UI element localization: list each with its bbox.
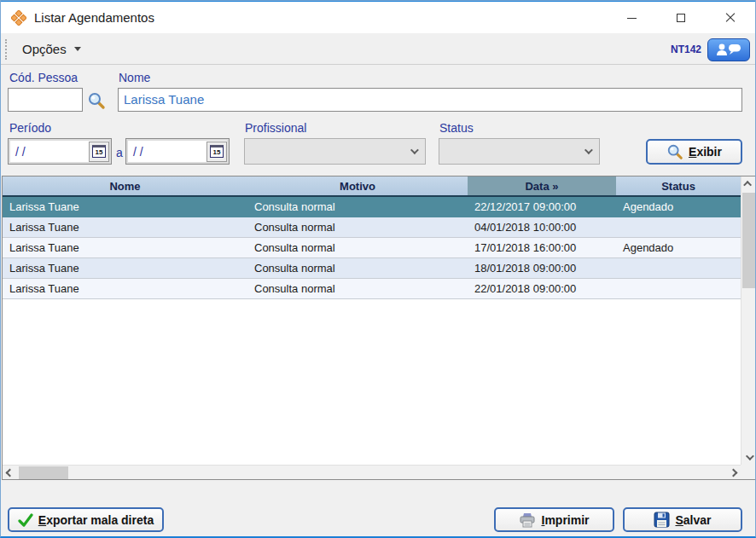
scroll-right-button[interactable] [726,466,741,480]
chevron-down-icon [584,146,593,154]
imprimir-button[interactable]: Imprimir [494,507,614,532]
options-label: Opções [22,42,67,56]
periodo-label: Período [9,121,51,135]
app-icon [11,10,26,26]
exibir-label: Exibir [689,145,722,159]
save-disk-icon [654,512,670,528]
date-range-separator: a [116,146,123,159]
horizontal-scrollbar[interactable] [3,465,741,479]
minimize-button[interactable] [607,2,656,34]
cell-data[interactable]: 22/12/2017 09:00:00 [468,197,616,217]
column-header-data[interactable]: Data » [468,176,616,195]
chevron-down-icon [410,146,419,154]
exibir-button[interactable]: Exibir [646,139,742,165]
column-header-nome[interactable]: Nome [3,176,247,195]
table-empty-area [3,299,741,465]
profissional-label: Profissional [245,121,306,135]
filter-panel: Cód. Pessoa Nome Larissa Tuane Período /… [1,65,755,176]
column-header-motivo[interactable]: Motivo [247,176,468,195]
cell-status[interactable]: Agendado [616,238,741,257]
scroll-down-button[interactable] [741,450,756,465]
salvar-label: Salvar [675,513,711,527]
cod-pessoa-label: Cód. Pessoa [9,71,78,84]
column-header-status[interactable]: Status [616,176,741,195]
minimize-icon [627,18,637,19]
scroll-up-button[interactable] [741,176,756,191]
table-main: Nome Motivo Data » Status Larissa TuaneC… [3,176,741,465]
chevron-up-icon [743,181,752,189]
toolbar: Opções NT142 [1,34,755,65]
cell-motivo[interactable]: Consulta normal [247,217,468,237]
export-label: Exportar mala direta [38,513,154,527]
profissional-select[interactable] [244,138,426,165]
chevron-down-icon [74,47,81,51]
date-from-input[interactable]: / / 15 [8,138,112,165]
status-select[interactable] [439,138,600,165]
salvar-button[interactable]: Salvar [623,507,742,532]
scroll-left-button[interactable] [3,466,17,480]
cell-status[interactable] [616,258,741,278]
scrollbar-corner [741,465,755,479]
close-button[interactable] [706,2,755,34]
imprimir-label: Imprimir [541,513,589,527]
cell-nome[interactable]: Larissa Tuane [3,217,247,237]
cell-data[interactable]: 17/01/2018 16:00:00 [468,238,616,257]
calendar-icon: 15 [210,145,224,158]
search-person-icon[interactable] [87,91,106,110]
person-chat-icon [714,42,743,57]
table-row[interactable]: Larissa TuaneConsulta normal17/01/2018 1… [3,238,741,258]
page-title: Listar Agendamentos [34,10,154,25]
cell-nome[interactable]: Larissa Tuane [3,238,247,257]
toolbar-grip[interactable] [5,39,7,60]
footer: Exportar mala direta Imprimir Salvar [1,480,755,537]
chevron-down-icon [746,452,754,460]
window-controls [607,2,755,34]
cod-pessoa-input[interactable] [8,88,83,112]
cell-nome[interactable]: Larissa Tuane [3,258,247,278]
vertical-scroll-thumb[interactable] [742,193,755,288]
calendar-icon: 15 [92,145,106,158]
nome-label: Nome [119,71,150,84]
cell-motivo[interactable]: Consulta normal [247,258,468,278]
cell-status[interactable] [616,279,741,298]
cell-data[interactable]: 18/01/2018 09:00:00 [468,258,616,278]
chevron-left-icon [6,469,15,477]
table-row[interactable]: Larissa TuaneConsulta normal18/01/2018 0… [3,258,741,279]
close-icon [725,13,736,23]
nome-input[interactable]: Larissa Tuane [118,88,742,112]
date-to-value[interactable]: / / [126,145,206,159]
date-from-calendar-button[interactable]: 15 [89,142,109,162]
table-row[interactable]: Larissa TuaneConsulta normal04/01/2018 1… [3,217,741,238]
titlebar: Listar Agendamentos [1,1,755,33]
contact-button[interactable] [707,38,750,61]
options-menu-button[interactable]: Opções [15,38,88,60]
date-to-calendar-button[interactable]: 15 [206,142,227,162]
status-label: Status [439,121,474,135]
date-from-value[interactable]: / / [9,145,89,159]
maximize-icon [677,14,685,22]
date-to-input[interactable]: / / 15 [125,138,230,165]
cell-data[interactable]: 22/01/2018 09:00:00 [468,279,616,298]
table-row[interactable]: Larissa TuaneConsulta normal22/01/2018 0… [3,279,741,299]
cell-motivo[interactable]: Consulta normal [247,197,468,217]
chevron-right-icon [730,469,738,477]
horizontal-scroll-thumb[interactable] [19,466,68,479]
export-mala-direta-button[interactable]: Exportar mala direta [8,507,164,532]
printer-icon [519,512,536,528]
cell-status[interactable]: Agendado [616,197,741,217]
table-header: Nome Motivo Data » Status [3,176,741,197]
window: Listar Agendamentos Opções NT142 [0,0,756,538]
cell-status[interactable] [616,217,741,237]
vertical-scrollbar[interactable] [741,176,755,465]
cell-data[interactable]: 04/01/2018 10:00:00 [468,217,616,237]
cell-nome[interactable]: Larissa Tuane [3,197,247,217]
cell-motivo[interactable]: Consulta normal [247,238,468,257]
cell-motivo[interactable]: Consulta normal [247,279,468,298]
nt-code-badge: NT142 [671,43,701,55]
toolbar-right: NT142 [671,34,750,65]
appointments-table: Nome Motivo Data » Status Larissa TuaneC… [2,176,756,480]
table-row[interactable]: Larissa TuaneConsulta normal22/12/2017 0… [3,197,741,217]
search-icon [666,143,683,160]
cell-nome[interactable]: Larissa Tuane [3,279,247,298]
maximize-button[interactable] [656,2,706,34]
